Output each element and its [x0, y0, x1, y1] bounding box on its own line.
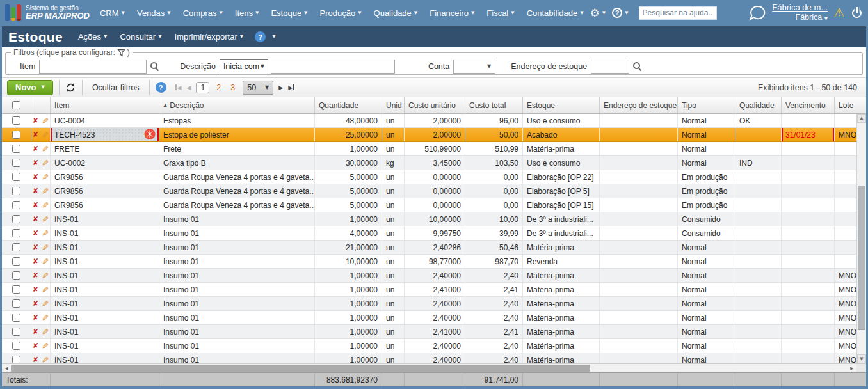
edit-icon[interactable]: ✎	[40, 286, 50, 293]
table-row[interactable]: ✘ ✎ INS-01 Insumo 01 1,00000 un 10,00000…	[2, 212, 856, 226]
vertical-scrollbar[interactable]: ▲ ▼	[856, 114, 866, 363]
horizontal-scrollbar[interactable]: ◀ ▶	[2, 363, 856, 372]
delete-icon[interactable]: ✘	[33, 271, 38, 280]
page-number[interactable]: 2	[214, 83, 223, 93]
table-row[interactable]: ✘ ✎ GR9856 Guarda Roupa Veneza 4 portas …	[2, 198, 856, 212]
first-page-button[interactable]: ◀	[175, 84, 182, 91]
delete-icon[interactable]: ✘	[33, 145, 38, 153]
help-icon[interactable]: ?	[156, 82, 166, 93]
last-page-button[interactable]: ▶	[288, 84, 294, 91]
delete-icon[interactable]: ✘	[33, 285, 38, 294]
table-row[interactable]: ✘ ✎ INS-01 Insumo 01 10,00000 un 98,7700…	[2, 255, 856, 269]
menu-item[interactable]: Fiscal ▼	[486, 8, 514, 18]
table-row[interactable]: ✘ ✎ INS-01 Insumo 01 21,00000 un 2,40286…	[2, 241, 856, 255]
header-item[interactable]: Item	[50, 97, 159, 113]
table-row[interactable]: ✘ ✎ UC-0004 Estopas 48,00000 un 2,00000 …	[2, 114, 856, 128]
delete-icon[interactable]: ✘	[33, 173, 38, 181]
row-checkbox[interactable]	[12, 243, 20, 251]
row-checkbox[interactable]	[12, 314, 20, 322]
edit-icon[interactable]: ✎	[40, 244, 50, 251]
header-estoque[interactable]: Estoque	[522, 97, 599, 113]
header-descricao[interactable]: ▲ Descrição	[159, 97, 314, 113]
horizontal-scrollbar-thumb[interactable]	[11, 365, 590, 372]
delete-icon[interactable]: ✘	[33, 229, 38, 237]
edit-icon[interactable]: ✎	[40, 230, 50, 237]
delete-icon[interactable]: ✘	[33, 342, 38, 350]
row-checkbox[interactable]	[12, 159, 20, 167]
table-row[interactable]: ✘ ✎ GR9856 Guarda Roupa Veneza 4 portas …	[2, 170, 856, 184]
header-custo-unitario[interactable]: Custo unitário	[404, 97, 465, 113]
header-custo-total[interactable]: Custo total	[465, 97, 522, 113]
endereco-filter-input[interactable]	[591, 60, 629, 74]
help-search-input[interactable]	[639, 6, 717, 20]
refresh-icon[interactable]	[65, 83, 76, 93]
table-row[interactable]: ✘ ✎ TECH-4523 Estopa de poliéster 25,000…	[2, 128, 856, 142]
row-checkbox[interactable]	[12, 271, 20, 280]
table-row[interactable]: ✘ ✎ UC-0002 Graxa tipo B 30,00000 kg 3,4…	[2, 156, 856, 170]
conta-filter-select[interactable]: ▼	[453, 60, 495, 74]
edit-icon[interactable]: ✎	[40, 328, 50, 335]
row-checkbox[interactable]	[12, 215, 20, 223]
row-checkbox[interactable]	[12, 187, 20, 195]
vertical-scrollbar-thumb[interactable]	[858, 186, 865, 330]
header-unid[interactable]: Unid	[382, 97, 404, 113]
table-row[interactable]: ✘ ✎ INS-01 Insumo 01 1,00000 un 2,41000 …	[2, 325, 856, 339]
ocultar-filtros-button[interactable]: Ocultar filtros	[88, 81, 143, 94]
row-checkbox[interactable]	[12, 173, 20, 181]
row-checkbox[interactable]	[12, 116, 20, 125]
search-icon[interactable]	[632, 61, 642, 71]
menu-item[interactable]: Produção ▼	[320, 8, 362, 18]
edit-icon[interactable]: ✎	[40, 216, 50, 223]
select-all-checkbox[interactable]	[12, 101, 20, 109]
header-qualidade[interactable]: Qualidade	[735, 97, 781, 113]
header-quantidade[interactable]: Quantidade	[314, 97, 382, 113]
row-checkbox[interactable]	[12, 356, 20, 363]
edit-icon[interactable]: ✎	[40, 187, 50, 194]
page-size-select[interactable]: 50 ▼	[243, 81, 273, 95]
company-selector[interactable]: Fábrica ▼	[772, 13, 828, 23]
delete-icon[interactable]: ✘	[33, 131, 38, 139]
table-row[interactable]: ✘ ✎ FRETE Frete 1,00000 un 510,99000 510…	[2, 142, 856, 156]
edit-icon[interactable]: ✎	[40, 258, 50, 265]
delete-icon[interactable]: ✘	[33, 356, 38, 363]
edit-icon[interactable]: ✎	[40, 356, 50, 363]
row-checkbox[interactable]	[12, 328, 20, 336]
delete-icon[interactable]: ✘	[33, 201, 38, 209]
row-checkbox[interactable]	[12, 229, 20, 237]
menu-item[interactable]: Vendas ▼	[137, 8, 171, 18]
table-row[interactable]: ✘ ✎ INS-01 Insumo 01 1,00000 un 2,41000 …	[2, 283, 856, 297]
delete-icon[interactable]: ✘	[33, 257, 38, 266]
menu-item[interactable]: Compras ▼	[183, 8, 223, 18]
table-row[interactable]: ✘ ✎ GR9856 Guarda Roupa Veneza 4 portas …	[2, 184, 856, 198]
search-icon[interactable]	[150, 61, 159, 71]
delete-icon[interactable]: ✘	[33, 187, 38, 195]
header-lote[interactable]: Lote	[834, 97, 866, 113]
next-page-button[interactable]: ▶	[278, 84, 283, 91]
page-number[interactable]: 3	[228, 83, 237, 93]
header-vencimento[interactable]: Vencimento	[781, 97, 834, 113]
edit-icon[interactable]: ✎	[40, 202, 50, 209]
edit-icon[interactable]: ✎	[40, 145, 50, 152]
help-menu[interactable]: ? ▼	[612, 8, 628, 18]
edit-icon[interactable]: ✎	[40, 117, 50, 124]
table-row[interactable]: ✘ ✎ INS-01 Insumo 01 1,00000 un 2,40000 …	[2, 353, 856, 363]
edit-icon[interactable]: ✎	[40, 314, 50, 321]
table-row[interactable]: ✘ ✎ INS-01 Insumo 01 1,00000 un 2,40000 …	[2, 311, 856, 325]
row-checkbox[interactable]	[12, 342, 20, 350]
menu-item[interactable]: Imprimir/exportar ▼	[175, 32, 244, 42]
menu-item[interactable]: Financeiro ▼	[430, 8, 474, 18]
novo-button[interactable]: Novo ▼	[7, 80, 53, 95]
table-row[interactable]: ✘ ✎ INS-01 Insumo 01 1,00000 un 2,40000 …	[2, 297, 856, 311]
settings-menu[interactable]: ⚙ ▼	[590, 6, 606, 19]
edit-icon[interactable]: ✎	[40, 173, 50, 180]
delete-icon[interactable]: ✘	[33, 299, 38, 308]
menu-item[interactable]: Estoque ▼	[271, 8, 307, 18]
company-link[interactable]: Fábrica de m...	[772, 3, 828, 13]
table-row[interactable]: ✘ ✎ INS-01 Insumo 01 1,00000 un 2,40000 …	[2, 339, 856, 353]
warning-icon[interactable]: ⚠	[833, 5, 845, 20]
header-tipo[interactable]: Tipo	[677, 97, 735, 113]
scroll-down-icon[interactable]: ▼	[857, 354, 866, 363]
delete-icon[interactable]: ✘	[33, 314, 38, 322]
page-help-menu[interactable]: ? ▼	[255, 31, 275, 42]
delete-icon[interactable]: ✘	[33, 215, 38, 223]
